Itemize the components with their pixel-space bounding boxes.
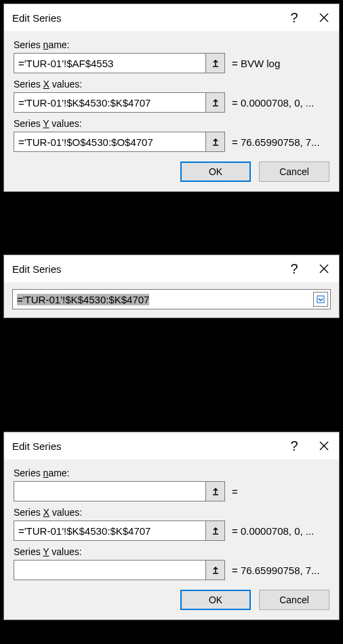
series-y-input-wrap: [14, 132, 225, 152]
ok-button[interactable]: OK: [180, 590, 251, 610]
series-y-input-wrap: [14, 560, 225, 580]
range-input[interactable]: ='TUR-01'!$K$4530:$K$4707: [13, 290, 313, 309]
series-y-label: Series Y values:: [14, 546, 329, 557]
collapse-ref-button[interactable]: [205, 132, 224, 151]
series-x-preview: = 0.0000708, 0, ...: [232, 97, 329, 109]
series-x-input[interactable]: [14, 93, 205, 112]
collapse-ref-button[interactable]: [205, 482, 224, 501]
series-name-input-wrap: [14, 481, 225, 501]
expand-ref-button[interactable]: [313, 292, 328, 307]
collapse-ref-button[interactable]: [205, 521, 224, 540]
series-y-preview: = 76.65990758, 7...: [232, 565, 329, 576]
collapse-ref-icon: [211, 565, 220, 575]
series-y-input[interactable]: [14, 132, 205, 151]
cancel-button[interactable]: Cancel: [259, 590, 329, 610]
series-y-label: Series Y values:: [14, 118, 329, 129]
help-button[interactable]: ?: [279, 255, 309, 282]
collapse-ref-icon: [211, 58, 220, 68]
series-name-preview: = BVW log: [232, 58, 329, 69]
svg-rect-0: [317, 296, 324, 303]
series-name-input[interactable]: [14, 482, 205, 501]
edit-series-dialog-collapsed: Edit Series ? ='TUR-01'!$K$4530:$K$4707: [3, 254, 340, 318]
collapse-ref-button[interactable]: [205, 93, 224, 112]
close-icon: [319, 12, 329, 23]
collapse-ref-icon: [211, 487, 220, 496]
collapse-ref-icon: [211, 526, 220, 535]
range-input-wrap: ='TUR-01'!$K$4530:$K$4707: [12, 289, 331, 309]
series-x-input[interactable]: [14, 521, 205, 540]
dialog-title: Edit Series: [12, 440, 279, 452]
ok-button[interactable]: OK: [180, 162, 251, 182]
close-icon: [319, 263, 329, 274]
close-icon: [319, 440, 329, 451]
help-button[interactable]: ?: [279, 432, 309, 459]
series-x-input-wrap: [14, 520, 225, 541]
collapse-ref-button[interactable]: [205, 561, 224, 580]
series-name-input-wrap: [14, 53, 225, 73]
close-button[interactable]: [309, 432, 339, 459]
edit-series-dialog-1: Edit Series ? Series name: = BVW log Ser…: [3, 3, 340, 192]
close-button[interactable]: [309, 4, 339, 31]
expand-ref-icon: [317, 295, 325, 303]
titlebar: Edit Series ?: [4, 432, 339, 459]
series-name-input[interactable]: [14, 54, 205, 73]
collapse-ref-icon: [211, 137, 220, 147]
series-name-label: Series name:: [14, 39, 329, 50]
help-button[interactable]: ?: [279, 4, 309, 31]
series-x-label: Series X values:: [14, 507, 329, 518]
series-name-preview: =: [232, 486, 329, 497]
series-x-input-wrap: [14, 92, 225, 113]
dialog-title: Edit Series: [12, 263, 279, 275]
series-y-input[interactable]: [14, 561, 205, 580]
dialog-title: Edit Series: [12, 12, 279, 24]
collapse-ref-button[interactable]: [205, 54, 224, 73]
series-y-preview: = 76.65990758, 7...: [232, 136, 329, 148]
series-name-label: Series name:: [14, 468, 329, 478]
series-x-preview: = 0.0000708, 0, ...: [232, 525, 329, 537]
titlebar: Edit Series ?: [4, 255, 339, 282]
collapse-ref-icon: [211, 98, 220, 107]
cancel-button[interactable]: Cancel: [259, 162, 329, 182]
series-x-label: Series X values:: [14, 79, 329, 90]
close-button[interactable]: [309, 255, 339, 282]
edit-series-dialog-3: Edit Series ? Series name: = Series X va…: [3, 432, 340, 620]
titlebar: Edit Series ?: [4, 4, 339, 31]
